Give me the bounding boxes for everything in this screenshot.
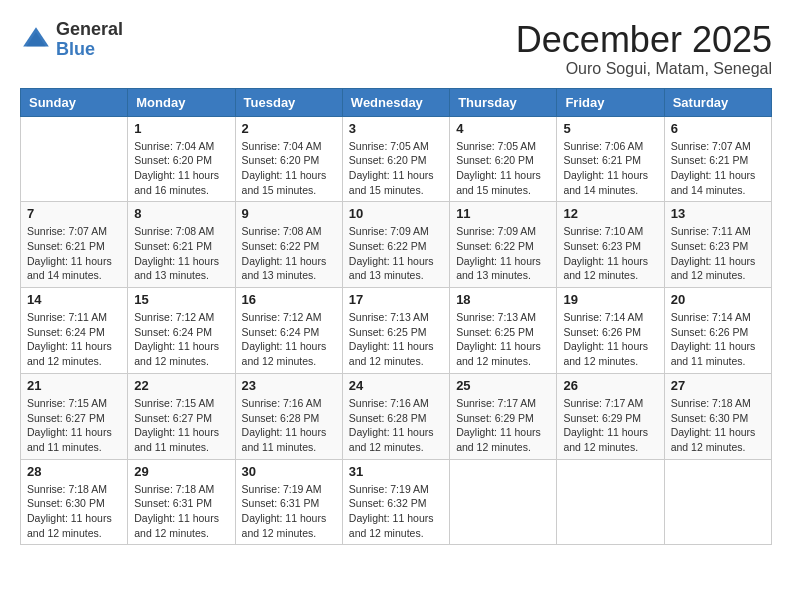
header-friday: Friday: [557, 88, 664, 116]
table-row: [664, 459, 771, 545]
day-number: 12: [563, 206, 657, 221]
day-info: Sunrise: 7:11 AM Sunset: 6:24 PM Dayligh…: [27, 310, 121, 369]
table-row: 24Sunrise: 7:16 AM Sunset: 6:28 PM Dayli…: [342, 373, 449, 459]
day-number: 2: [242, 121, 336, 136]
logo-text: General Blue: [56, 20, 123, 60]
day-info: Sunrise: 7:19 AM Sunset: 6:31 PM Dayligh…: [242, 482, 336, 541]
logo-icon: [20, 24, 52, 56]
table-row: 21Sunrise: 7:15 AM Sunset: 6:27 PM Dayli…: [21, 373, 128, 459]
table-row: 3Sunrise: 7:05 AM Sunset: 6:20 PM Daylig…: [342, 116, 449, 202]
header-sunday: Sunday: [21, 88, 128, 116]
day-info: Sunrise: 7:15 AM Sunset: 6:27 PM Dayligh…: [27, 396, 121, 455]
day-info: Sunrise: 7:16 AM Sunset: 6:28 PM Dayligh…: [242, 396, 336, 455]
day-number: 7: [27, 206, 121, 221]
day-number: 20: [671, 292, 765, 307]
logo-blue: Blue: [56, 39, 95, 59]
day-number: 4: [456, 121, 550, 136]
calendar-week-row: 7Sunrise: 7:07 AM Sunset: 6:21 PM Daylig…: [21, 202, 772, 288]
table-row: 20Sunrise: 7:14 AM Sunset: 6:26 PM Dayli…: [664, 288, 771, 374]
day-number: 29: [134, 464, 228, 479]
table-row: 25Sunrise: 7:17 AM Sunset: 6:29 PM Dayli…: [450, 373, 557, 459]
day-number: 1: [134, 121, 228, 136]
table-row: 16Sunrise: 7:12 AM Sunset: 6:24 PM Dayli…: [235, 288, 342, 374]
day-info: Sunrise: 7:07 AM Sunset: 6:21 PM Dayligh…: [671, 139, 765, 198]
day-info: Sunrise: 7:15 AM Sunset: 6:27 PM Dayligh…: [134, 396, 228, 455]
calendar-week-row: 14Sunrise: 7:11 AM Sunset: 6:24 PM Dayli…: [21, 288, 772, 374]
day-number: 28: [27, 464, 121, 479]
day-number: 11: [456, 206, 550, 221]
table-row: [557, 459, 664, 545]
table-row: 17Sunrise: 7:13 AM Sunset: 6:25 PM Dayli…: [342, 288, 449, 374]
table-row: 2Sunrise: 7:04 AM Sunset: 6:20 PM Daylig…: [235, 116, 342, 202]
day-info: Sunrise: 7:13 AM Sunset: 6:25 PM Dayligh…: [456, 310, 550, 369]
day-number: 18: [456, 292, 550, 307]
table-row: 18Sunrise: 7:13 AM Sunset: 6:25 PM Dayli…: [450, 288, 557, 374]
header-tuesday: Tuesday: [235, 88, 342, 116]
table-row: 31Sunrise: 7:19 AM Sunset: 6:32 PM Dayli…: [342, 459, 449, 545]
day-number: 30: [242, 464, 336, 479]
calendar-header-row: Sunday Monday Tuesday Wednesday Thursday…: [21, 88, 772, 116]
day-info: Sunrise: 7:04 AM Sunset: 6:20 PM Dayligh…: [134, 139, 228, 198]
header-thursday: Thursday: [450, 88, 557, 116]
table-row: 27Sunrise: 7:18 AM Sunset: 6:30 PM Dayli…: [664, 373, 771, 459]
table-row: 26Sunrise: 7:17 AM Sunset: 6:29 PM Dayli…: [557, 373, 664, 459]
day-number: 5: [563, 121, 657, 136]
day-info: Sunrise: 7:13 AM Sunset: 6:25 PM Dayligh…: [349, 310, 443, 369]
day-number: 10: [349, 206, 443, 221]
day-info: Sunrise: 7:09 AM Sunset: 6:22 PM Dayligh…: [456, 224, 550, 283]
table-row: [450, 459, 557, 545]
day-info: Sunrise: 7:10 AM Sunset: 6:23 PM Dayligh…: [563, 224, 657, 283]
logo-general: General: [56, 19, 123, 39]
calendar-week-row: 28Sunrise: 7:18 AM Sunset: 6:30 PM Dayli…: [21, 459, 772, 545]
location-subtitle: Ouro Sogui, Matam, Senegal: [516, 60, 772, 78]
table-row: 1Sunrise: 7:04 AM Sunset: 6:20 PM Daylig…: [128, 116, 235, 202]
day-info: Sunrise: 7:09 AM Sunset: 6:22 PM Dayligh…: [349, 224, 443, 283]
day-number: 17: [349, 292, 443, 307]
day-info: Sunrise: 7:16 AM Sunset: 6:28 PM Dayligh…: [349, 396, 443, 455]
day-info: Sunrise: 7:18 AM Sunset: 6:31 PM Dayligh…: [134, 482, 228, 541]
title-section: December 2025 Ouro Sogui, Matam, Senegal: [516, 20, 772, 78]
day-number: 3: [349, 121, 443, 136]
day-number: 16: [242, 292, 336, 307]
day-number: 22: [134, 378, 228, 393]
table-row: 11Sunrise: 7:09 AM Sunset: 6:22 PM Dayli…: [450, 202, 557, 288]
day-number: 8: [134, 206, 228, 221]
day-number: 25: [456, 378, 550, 393]
day-number: 13: [671, 206, 765, 221]
day-number: 21: [27, 378, 121, 393]
calendar-table: Sunday Monday Tuesday Wednesday Thursday…: [20, 88, 772, 546]
day-info: Sunrise: 7:08 AM Sunset: 6:21 PM Dayligh…: [134, 224, 228, 283]
day-number: 31: [349, 464, 443, 479]
table-row: 23Sunrise: 7:16 AM Sunset: 6:28 PM Dayli…: [235, 373, 342, 459]
table-row: 19Sunrise: 7:14 AM Sunset: 6:26 PM Dayli…: [557, 288, 664, 374]
logo: General Blue: [20, 20, 123, 60]
header-monday: Monday: [128, 88, 235, 116]
calendar-week-row: 21Sunrise: 7:15 AM Sunset: 6:27 PM Dayli…: [21, 373, 772, 459]
table-row: 13Sunrise: 7:11 AM Sunset: 6:23 PM Dayli…: [664, 202, 771, 288]
day-number: 24: [349, 378, 443, 393]
table-row: 14Sunrise: 7:11 AM Sunset: 6:24 PM Dayli…: [21, 288, 128, 374]
day-info: Sunrise: 7:05 AM Sunset: 6:20 PM Dayligh…: [456, 139, 550, 198]
day-info: Sunrise: 7:05 AM Sunset: 6:20 PM Dayligh…: [349, 139, 443, 198]
day-number: 26: [563, 378, 657, 393]
day-number: 23: [242, 378, 336, 393]
page-header: General Blue December 2025 Ouro Sogui, M…: [20, 20, 772, 78]
table-row: 9Sunrise: 7:08 AM Sunset: 6:22 PM Daylig…: [235, 202, 342, 288]
day-info: Sunrise: 7:04 AM Sunset: 6:20 PM Dayligh…: [242, 139, 336, 198]
day-number: 15: [134, 292, 228, 307]
day-info: Sunrise: 7:11 AM Sunset: 6:23 PM Dayligh…: [671, 224, 765, 283]
table-row: 28Sunrise: 7:18 AM Sunset: 6:30 PM Dayli…: [21, 459, 128, 545]
day-info: Sunrise: 7:12 AM Sunset: 6:24 PM Dayligh…: [134, 310, 228, 369]
day-info: Sunrise: 7:18 AM Sunset: 6:30 PM Dayligh…: [671, 396, 765, 455]
table-row: 15Sunrise: 7:12 AM Sunset: 6:24 PM Dayli…: [128, 288, 235, 374]
day-info: Sunrise: 7:17 AM Sunset: 6:29 PM Dayligh…: [456, 396, 550, 455]
day-info: Sunrise: 7:06 AM Sunset: 6:21 PM Dayligh…: [563, 139, 657, 198]
table-row: 4Sunrise: 7:05 AM Sunset: 6:20 PM Daylig…: [450, 116, 557, 202]
table-row: 6Sunrise: 7:07 AM Sunset: 6:21 PM Daylig…: [664, 116, 771, 202]
day-info: Sunrise: 7:08 AM Sunset: 6:22 PM Dayligh…: [242, 224, 336, 283]
header-wednesday: Wednesday: [342, 88, 449, 116]
table-row: 29Sunrise: 7:18 AM Sunset: 6:31 PM Dayli…: [128, 459, 235, 545]
day-info: Sunrise: 7:12 AM Sunset: 6:24 PM Dayligh…: [242, 310, 336, 369]
day-info: Sunrise: 7:19 AM Sunset: 6:32 PM Dayligh…: [349, 482, 443, 541]
day-number: 27: [671, 378, 765, 393]
